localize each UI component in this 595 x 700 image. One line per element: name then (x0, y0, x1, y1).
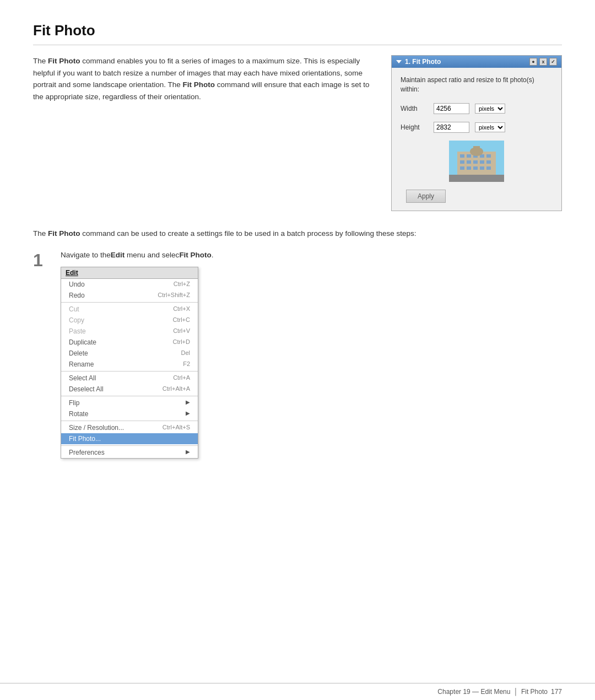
svg-rect-2 (460, 154, 464, 158)
menu-item-deselect-all[interactable]: Deselect All Ctrl+Alt+A (61, 384, 198, 395)
footer-text: Chapter 19 — Edit Menu │ Fit Photo 177 (437, 688, 562, 696)
width-input[interactable] (434, 103, 469, 114)
footer-separator: │ (513, 688, 518, 696)
menu-separator-3 (61, 396, 198, 396)
menu-item-shortcut: Ctrl+Alt+S (163, 424, 190, 432)
dialog-subtitle: Maintain aspect ratio and resize to fit … (401, 76, 553, 94)
dialog-check-button[interactable]: ✓ (549, 58, 557, 66)
svg-rect-17 (449, 175, 504, 182)
dialog-content: Maintain aspect ratio and resize to fit … (392, 68, 561, 211)
page-title: Fit Photo (33, 22, 562, 45)
menu-item-shortcut: Ctrl+C (173, 316, 190, 324)
step-row-1: 1 Navigate to theEdit menu and selecFit … (33, 249, 562, 459)
image-preview (449, 141, 504, 182)
dialog-close-button[interactable]: x (539, 58, 547, 66)
menu-item-shortcut: Ctrl+A (173, 374, 190, 382)
menu-item-shortcut: Del (181, 349, 190, 357)
menu-item-label: Cut (69, 305, 79, 313)
arrow-icon: ▶ (186, 410, 190, 418)
menu-item-shortcut: Ctrl+Shift+Z (158, 292, 190, 299)
dialog-controls: ● x ✓ (529, 58, 557, 66)
description-text: The Fit Photo command enables you to fit… (33, 55, 375, 211)
steps-intro: The Fit Photo command can be used to cre… (33, 228, 562, 240)
menu-item-label: Rotate (69, 410, 88, 418)
step-number-1: 1 (33, 249, 50, 269)
apply-button[interactable]: Apply (406, 190, 446, 203)
height-row: Height pixels (401, 122, 553, 133)
menu-item-label: Select All (69, 374, 96, 382)
menu-item-paste[interactable]: Paste Ctrl+V (61, 326, 198, 337)
menu-item-label: Flip (69, 399, 79, 407)
menu-item-label: Preferences (69, 449, 105, 456)
menu-item-label: Paste (69, 327, 86, 335)
arrow-icon: ▶ (186, 399, 190, 407)
svg-rect-10 (480, 160, 484, 164)
dialog-title: 1. Fit Photo (405, 58, 441, 66)
width-label: Width (401, 105, 428, 112)
footer-chapter: Chapter 19 — Edit Menu (437, 688, 510, 696)
svg-rect-15 (480, 166, 484, 170)
height-unit-select[interactable]: pixels (475, 122, 505, 132)
dialog-titlebar-left: 1. Fit Photo (396, 58, 441, 66)
menu-separator-5 (61, 445, 198, 446)
svg-rect-12 (460, 166, 464, 170)
height-input[interactable] (434, 122, 469, 133)
content-area: The Fit Photo command enables you to fit… (33, 55, 562, 211)
preview-image (449, 141, 504, 182)
menu-item-duplicate[interactable]: Duplicate Ctrl+D (61, 337, 198, 348)
menu-item-label: Delete (69, 349, 88, 357)
menu-item-cut[interactable]: Cut Ctrl+X (61, 304, 198, 315)
svg-rect-3 (467, 154, 471, 158)
svg-rect-6 (486, 154, 491, 158)
menu-item-shortcut: Ctrl+Alt+A (163, 385, 190, 393)
menu-item-shortcut: Ctrl+X (173, 305, 190, 313)
arrow-icon: ▶ (186, 449, 190, 456)
menu-header: Edit (61, 267, 198, 279)
steps-section: The Fit Photo command can be used to cre… (33, 228, 562, 459)
dialog-dot: ● (529, 58, 537, 66)
menu-item-select-all[interactable]: Select All Ctrl+A (61, 373, 198, 384)
step-text-1: Navigate to theEdit menu and selecFit Ph… (61, 249, 562, 261)
menu-separator-4 (61, 421, 198, 421)
collapse-icon[interactable] (396, 60, 402, 63)
menu-item-label: Rename (69, 360, 94, 368)
menu-item-copy[interactable]: Copy Ctrl+C (61, 315, 198, 326)
svg-rect-16 (486, 166, 491, 170)
width-row: Width pixels (401, 103, 553, 114)
menu-item-label: Deselect All (69, 385, 104, 393)
menu-item-undo[interactable]: Undo Ctrl+Z (61, 279, 198, 290)
menu-item-preferences[interactable]: Preferences ▶ (61, 447, 198, 458)
menu-item-shortcut: Ctrl+D (173, 338, 190, 346)
menu-item-label: Redo (69, 292, 85, 299)
menu-item-rotate[interactable]: Rotate ▶ (61, 408, 198, 419)
menu-separator (61, 302, 198, 303)
step-content-1: Navigate to theEdit menu and selecFit Ph… (61, 249, 562, 459)
context-menu: Edit Undo Ctrl+Z Redo Ctrl+Shift+Z Cut C… (61, 267, 198, 459)
svg-rect-8 (467, 160, 471, 164)
menu-item-label: Undo (69, 281, 85, 288)
footer-page-number: 177 (551, 688, 562, 696)
footer-section: Fit Photo (521, 688, 548, 696)
svg-rect-19 (473, 146, 480, 154)
menu-separator-2 (61, 371, 198, 371)
dialog-titlebar: 1. Fit Photo ● x ✓ (392, 56, 561, 68)
menu-item-shortcut: Ctrl+Z (174, 281, 190, 288)
svg-rect-14 (473, 166, 478, 170)
height-label: Height (401, 123, 428, 131)
menu-item-shortcut: F2 (183, 360, 190, 368)
menu-item-redo[interactable]: Redo Ctrl+Shift+Z (61, 290, 198, 301)
fit-photo-dialog: 1. Fit Photo ● x ✓ Maintain aspect ratio… (391, 55, 562, 211)
menu-item-flip[interactable]: Flip ▶ (61, 397, 198, 408)
menu-item-delete[interactable]: Delete Del (61, 348, 198, 359)
menu-item-shortcut: Ctrl+V (173, 327, 190, 335)
page-container: Fit Photo The Fit Photo command enables … (0, 0, 595, 492)
svg-rect-13 (467, 166, 471, 170)
svg-rect-7 (460, 160, 464, 164)
menu-item-rename[interactable]: Rename F2 (61, 359, 198, 370)
footer-bar: Chapter 19 — Edit Menu │ Fit Photo 177 (0, 683, 595, 700)
menu-item-label: Copy (69, 316, 84, 324)
menu-item-fit-photo[interactable]: Fit Photo... (61, 433, 198, 444)
menu-item-size-resolution[interactable]: Size / Resolution... Ctrl+Alt+S (61, 422, 198, 433)
width-unit-select[interactable]: pixels (475, 104, 505, 114)
svg-rect-11 (486, 160, 491, 164)
